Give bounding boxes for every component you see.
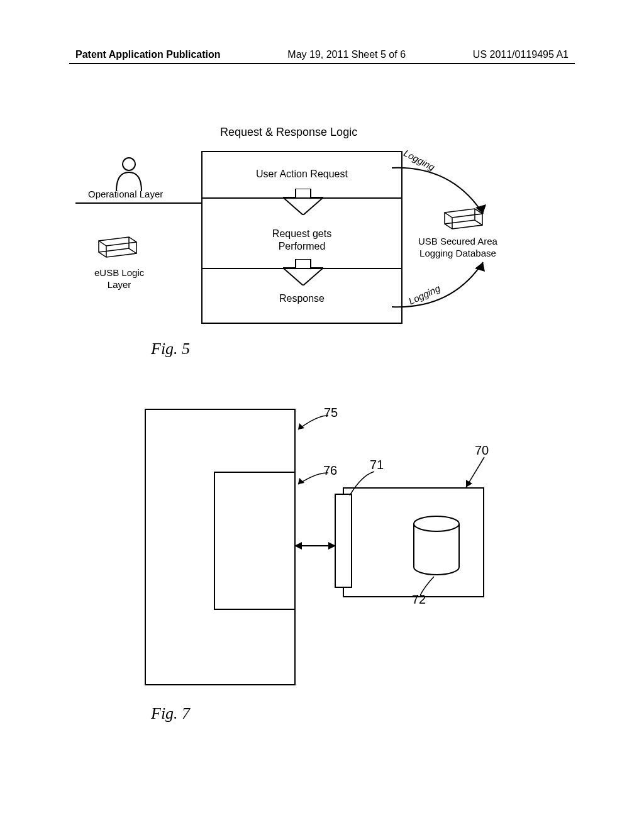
page-header: Patent Application Publication May 19, 2… (0, 49, 644, 60)
lead-line (296, 470, 330, 489)
figure-7-caption: Fig. 7 (151, 704, 190, 723)
fig7-connector-box (335, 494, 352, 588)
operational-layer-label: Operational Layer (88, 189, 163, 199)
header-rule (69, 63, 575, 64)
header-right: US 2011/0119495 A1 (473, 49, 569, 60)
double-arrow-icon (294, 541, 336, 550)
database-icon (412, 516, 461, 575)
fig5-response: Response (203, 293, 401, 304)
usb-icon (437, 208, 484, 233)
fig5-title: Request & Response Logic (220, 126, 357, 139)
svg-point-1 (414, 516, 459, 531)
fig5-user-action: User Action Request (203, 169, 401, 180)
figure-7: 75 76 70 71 72 Fig. 7 (132, 390, 541, 704)
lead-line (415, 575, 437, 600)
fig5-divider (203, 268, 401, 269)
fig7-inner-box (214, 472, 296, 610)
fig5-divider (203, 197, 401, 199)
usb-icon (91, 236, 138, 261)
lead-line (296, 412, 330, 433)
curved-arrow-icon (389, 239, 496, 314)
lead-line (462, 456, 491, 493)
header-left: Patent Application Publication (75, 49, 221, 60)
person-icon (113, 157, 145, 192)
header-mid: May 19, 2011 Sheet 5 of 6 (287, 49, 406, 60)
arrow-down-icon (283, 259, 323, 285)
fig5-request-performed: Request gets Performed (203, 228, 401, 253)
figure-5: Request & Response Logic Operational Lay… (88, 126, 560, 365)
fig5-flow-box: User Action Request Request gets Perform… (201, 151, 402, 324)
figure-5-caption: Fig. 5 (151, 340, 190, 358)
operational-layer-rule (75, 202, 201, 204)
eusb-layer-label: eUSB Logic Layer (94, 267, 144, 291)
lead-line (346, 470, 377, 501)
arrow-down-icon (283, 189, 323, 215)
svg-point-0 (123, 158, 135, 170)
